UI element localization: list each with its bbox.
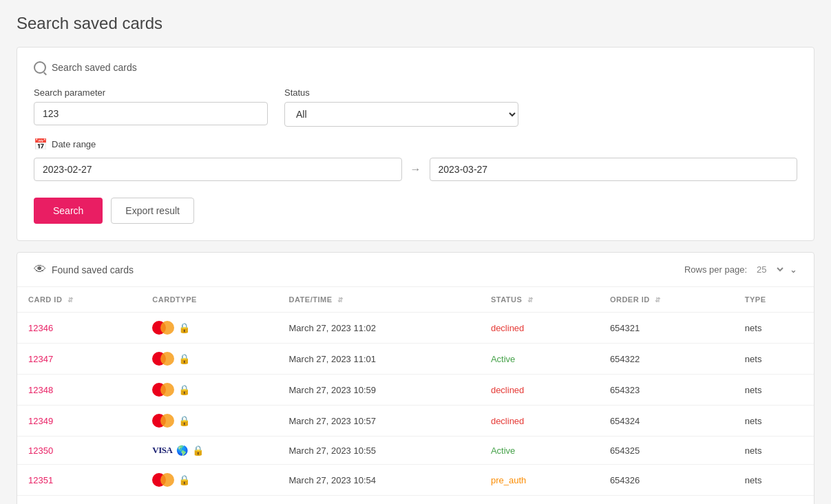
sort-icon-datetime: ⇵ (337, 296, 344, 304)
table-header-row: CARD ID ⇵ CARDTYPE DATE/TIME ⇵ STATUS ⇵ … (17, 287, 814, 313)
cell-order-id: 654322 (599, 344, 734, 375)
col-card-id[interactable]: CARD ID ⇵ (17, 287, 141, 313)
col-status[interactable]: STATUS ⇵ (480, 287, 599, 313)
status-select[interactable]: All Active Declined Pre-auth (284, 102, 518, 127)
search-param-label: Search parameter (34, 87, 268, 98)
status-label: Status (284, 87, 518, 98)
status-group: Status All Active Declined Pre-auth (284, 87, 518, 127)
cell-status: declined (480, 313, 599, 344)
date-range-label: 📅 Date range (34, 138, 797, 151)
search-button[interactable]: Search (34, 198, 103, 224)
date-range-group: 📅 Date range → (34, 138, 797, 181)
mastercard-icon (152, 414, 174, 428)
calendar-icon: 📅 (34, 138, 48, 151)
col-cardtype: CARDTYPE (141, 287, 277, 313)
cell-card-id[interactable]: 12350 (17, 437, 141, 465)
col-type: TYPE (734, 287, 814, 313)
cell-cardtype: 🔒 (141, 375, 277, 406)
cell-type: nets (734, 375, 814, 406)
results-panel: 👁 Found saved cards Rows per page: 25 50… (17, 252, 814, 504)
rows-per-page-label: Rows per page: (684, 264, 747, 275)
cell-datetime: March 27, 2023 10:57 (278, 406, 480, 437)
cell-datetime: March 27, 2023 10:59 (278, 375, 480, 406)
cell-order-id: 654327 (599, 496, 734, 505)
cell-cardtype: 🔒 (141, 406, 277, 437)
col-datetime[interactable]: DATE/TIME ⇵ (278, 287, 480, 313)
arrow-icon: → (410, 163, 421, 176)
mastercard-icon (152, 321, 174, 335)
results-title-container: 👁 Found saved cards (34, 262, 134, 277)
results-header: 👁 Found saved cards Rows per page: 25 50… (17, 253, 814, 287)
eye-icon: 👁 (34, 262, 46, 277)
cell-cardtype: 🔒 (141, 465, 277, 496)
sort-icon-status: ⇵ (527, 296, 534, 304)
lock-icon: 🔒 (178, 322, 190, 333)
lock-icon: 🔒 (178, 474, 190, 485)
cell-type: nets (734, 344, 814, 375)
sort-icon-card-id: ⇵ (67, 296, 74, 304)
page-title: Search saved cards (17, 14, 814, 33)
search-panel: Search saved cards Search parameter Stat… (17, 47, 814, 241)
lock-icon: 🔒 (178, 353, 190, 364)
cell-type: nets (734, 313, 814, 344)
col-order-id[interactable]: ORDER ID ⇵ (599, 287, 734, 313)
cell-type: nets (734, 496, 814, 505)
table-row: 12351 🔒 March 27, 2023 10:54pre_auth6543… (17, 465, 814, 496)
cell-card-id[interactable]: 12346 (17, 313, 141, 344)
cell-datetime: March 27, 2023 11:01 (278, 344, 480, 375)
mastercard-icon (152, 473, 174, 487)
cell-status: declined (480, 406, 599, 437)
cell-order-id: 654323 (599, 375, 734, 406)
mastercard-icon (152, 352, 174, 366)
cell-status: Active (480, 496, 599, 505)
cell-cardtype: 🌎 (141, 496, 277, 505)
search-param-input[interactable] (34, 102, 268, 125)
cell-status: declined (480, 375, 599, 406)
rows-per-page: Rows per page: 25 50 100 ⌄ (684, 262, 797, 277)
search-panel-header: Search saved cards (34, 61, 797, 74)
cell-datetime: March 27, 2023 10:53 (278, 496, 480, 505)
cell-datetime: March 27, 2023 10:55 (278, 437, 480, 465)
search-panel-label: Search saved cards (52, 62, 137, 73)
search-panel-icon (34, 61, 46, 74)
cell-card-id[interactable]: 12349 (17, 406, 141, 437)
mastercard-icon (152, 383, 174, 397)
search-param-group: Search parameter (34, 87, 268, 127)
cell-datetime: March 27, 2023 10:54 (278, 465, 480, 496)
cell-card-id[interactable]: 12352 (17, 496, 141, 505)
cell-type: nets (734, 437, 814, 465)
cell-order-id: 654325 (599, 437, 734, 465)
cell-order-id: 654324 (599, 406, 734, 437)
lock-icon: 🔒 (178, 415, 190, 426)
lock-icon: 🔒 (178, 384, 190, 395)
cell-order-id: 654326 (599, 465, 734, 496)
rows-per-page-select[interactable]: 25 50 100 (751, 262, 786, 277)
table-row: 12347 🔒 March 27, 2023 11:01Active654322… (17, 344, 814, 375)
table-row: 12349 🔒 March 27, 2023 10:57declined6543… (17, 406, 814, 437)
lock-icon: 🔒 (192, 445, 204, 456)
cell-cardtype: 🔒 (141, 313, 277, 344)
cell-type: nets (734, 406, 814, 437)
globe-icon: 🌎 (176, 445, 188, 456)
date-row: → (34, 158, 797, 181)
chevron-down-icon: ⌄ (790, 264, 797, 275)
results-table: CARD ID ⇵ CARDTYPE DATE/TIME ⇵ STATUS ⇵ … (17, 287, 814, 504)
date-from-input[interactable] (34, 158, 402, 181)
cell-card-id[interactable]: 12348 (17, 375, 141, 406)
table-row: 12346 🔒 March 27, 2023 11:02declined6543… (17, 313, 814, 344)
cell-status: Active (480, 344, 599, 375)
export-button[interactable]: Export result (111, 198, 194, 224)
cell-card-id[interactable]: 12347 (17, 344, 141, 375)
date-to-input[interactable] (430, 158, 798, 181)
cell-status: pre_auth (480, 465, 599, 496)
cell-card-id[interactable]: 12351 (17, 465, 141, 496)
visa-icon: VISA (152, 445, 172, 456)
cell-type: nets (734, 465, 814, 496)
cell-status: Active (480, 437, 599, 465)
cell-order-id: 654321 (599, 313, 734, 344)
cell-datetime: March 27, 2023 11:02 (278, 313, 480, 344)
cell-cardtype: VISA 🌎 🔒 (141, 437, 277, 465)
table-row: 12352 🌎 March 27, 2023 10:53Active654327… (17, 496, 814, 505)
table-row: 12350 VISA 🌎 🔒 March 27, 2023 10:55Activ… (17, 437, 814, 465)
results-title: Found saved cards (52, 264, 134, 275)
